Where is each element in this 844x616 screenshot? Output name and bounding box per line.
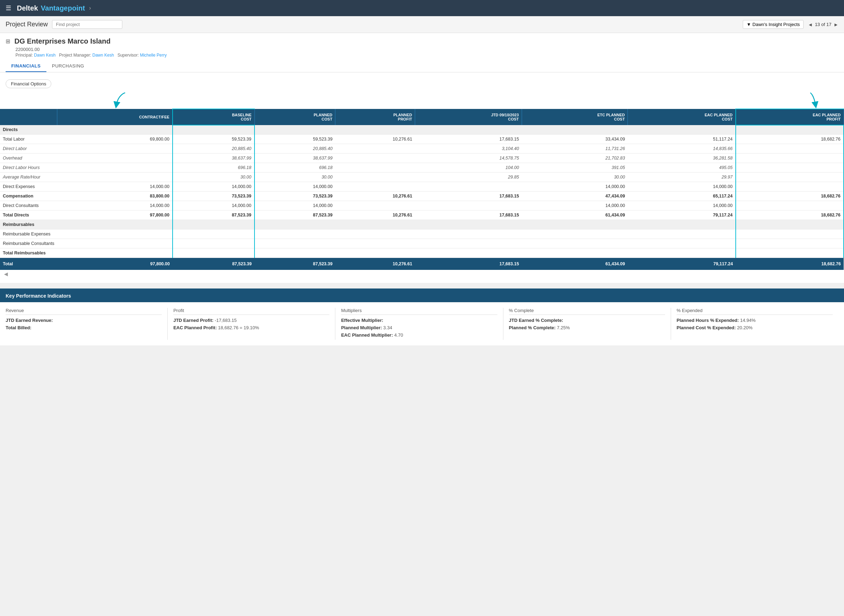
kpi-group-profit: Profit JTD Earned Profit: -17,683.15 EAC… [168, 308, 335, 340]
nav-info: 13 of 17 [815, 22, 831, 27]
annotation-arrows [6, 91, 838, 109]
row-direct-expenses: Direct Expenses 14,000.00 14,000.00 14,0… [0, 182, 844, 192]
kpi-planned-cost-pct-expended: Planned Cost % Expended: 20.20% [677, 325, 833, 330]
section-directs-label: Directs [0, 125, 57, 135]
row-average-rate: Average Rate/Hour 30.00 30.00 29.85 30.0… [0, 173, 844, 182]
row-direct-labor: Direct Labor 20,885.40 20,885.40 3,104.4… [0, 144, 844, 154]
row-compensation: Compensation 83,800.00 73,523.39 73,523.… [0, 192, 844, 201]
find-project-input[interactable] [52, 20, 122, 29]
col-header-eac-planned-cost: EAC PLANNEDCOST [628, 109, 736, 125]
kpi-revenue-title: Revenue [6, 308, 162, 315]
project-name: DG Enterprises Marco Island [15, 37, 110, 45]
scroll-indicator[interactable]: ◄ [0, 270, 844, 279]
total-label: Total [0, 258, 57, 270]
kpi-multipliers-title: Multipliers [341, 308, 497, 315]
col-header-planned-profit: PLANNEDPROFIT [335, 109, 415, 125]
project-meta: Principal: Dawn Kesh Project Manager: Da… [15, 53, 838, 58]
col-header-name [0, 109, 57, 125]
kpi-planned-multiplier: Planned Multiplier: 3.34 [341, 325, 497, 330]
grid-icon: ⊞ [6, 38, 10, 45]
row-direct-labor-hours: Direct Labor Hours 696.18 696.18 104.00 … [0, 163, 844, 173]
kpi-group-pct-expended: % Expended Planned Hours % Expended: 14.… [671, 308, 838, 340]
project-number: 2200001.00 [15, 47, 838, 52]
kpi-pct-expended-title: % Expended [677, 308, 833, 315]
kpi-total-billed: Total Billed: [6, 325, 162, 330]
kpi-jtd-earned-profit: JTD Earned Profit: -17,683.15 [173, 318, 329, 323]
financials-table: CONTRACT/FEE BASELINECOST PLANNEDCOST PL… [0, 109, 844, 270]
filter-icon: ▼ [747, 22, 751, 27]
kpi-group-pct-complete: % Complete JTD Earned % Complete: Planne… [503, 308, 671, 340]
kpi-eac-planned-profit: EAC Planned Profit: 18,682.76 = 19.10% [173, 325, 329, 330]
brand-deltek-label: Deltek [17, 4, 38, 12]
filter-label: Dawn's Insight Projects [753, 22, 800, 27]
tab-financials[interactable]: FINANCIALS [6, 60, 46, 72]
kpi-pct-complete-title: % Complete [509, 308, 665, 315]
row-reimbursable-consultants: Reimbursable Consultants [0, 239, 844, 248]
section-reimbursables: Reimbursables [0, 220, 844, 229]
project-header: ⊞ DG Enterprises Marco Island 2200001.00… [0, 33, 844, 72]
sub-header: Project Review ▼ Dawn's Insight Projects… [0, 16, 844, 33]
kpi-content: Revenue JTD Earned Revenue: Total Billed… [0, 302, 844, 345]
brand-vantage-label: Vantagepoint [41, 4, 85, 12]
row-total-reimbursables: Total Reimbursables [0, 248, 844, 258]
filter-button[interactable]: ▼ Dawn's Insight Projects [743, 20, 804, 29]
main-content: Financial Options [0, 72, 844, 283]
kpi-planned-pct-complete: Planned % Complete: 7.25% [509, 325, 665, 330]
nav-controls: ◄ 13 of 17 ► [808, 22, 838, 28]
kpi-effective-multiplier: Effective Multiplier: [341, 318, 497, 323]
supervisor-link[interactable]: Michelle Perry [140, 53, 167, 58]
row-total-directs: Total Directs 97,800.00 87,523.39 87,523… [0, 210, 844, 220]
row-total-labor: Total Labor 69,800.00 59,523.39 59,523.3… [0, 135, 844, 144]
row-reimbursable-expenses: Reimbursable Expenses [0, 229, 844, 239]
financials-table-container: CONTRACT/FEE BASELINECOST PLANNEDCOST PL… [0, 109, 844, 270]
pm-link[interactable]: Dawn Kesh [92, 53, 114, 58]
col-header-jtd-cost: JTD 09/10/2023COST [415, 109, 522, 125]
arrow-baseline-icon [104, 91, 146, 109]
kpi-section: Key Performance Indicators Revenue JTD E… [0, 289, 844, 345]
kpi-group-revenue: Revenue JTD Earned Revenue: Total Billed… [6, 308, 168, 340]
kpi-planned-hours-pct-expended: Planned Hours % Expended: 14.94% [677, 318, 833, 323]
kpi-profit-title: Profit [173, 308, 329, 315]
brand-chevron-icon: › [89, 5, 91, 11]
col-header-planned-cost: PLANNEDCOST [254, 109, 335, 125]
row-total: Total 97,800.00 87,523.39 87,523.39 10,2… [0, 258, 844, 270]
top-nav: ☰ Deltek Vantagepoint › [0, 0, 844, 16]
row-direct-consultants: Direct Consultants 14,000.00 14,000.00 1… [0, 201, 844, 210]
tabs-bar: FINANCIALS PURCHASING [6, 60, 838, 72]
col-header-baseline-cost: BASELINECOST [173, 109, 254, 125]
section-directs: Directs [0, 125, 844, 135]
arrow-eac-profit-icon [789, 91, 831, 109]
col-header-contract-fee: CONTRACT/FEE [57, 109, 173, 125]
hamburger-menu-icon[interactable]: ☰ [6, 4, 11, 12]
kpi-jtd-earned-revenue: JTD Earned Revenue: [6, 318, 162, 323]
col-header-etc-planned-cost: ETC PLANNEDCOST [522, 109, 628, 125]
principal-link[interactable]: Dawn Kesh [34, 53, 56, 58]
col-header-eac-planned-profit: EAC PLANNEDPROFIT [736, 109, 844, 125]
kpi-group-multipliers: Multipliers Effective Multiplier: Planne… [335, 308, 503, 340]
nav-prev-button[interactable]: ◄ [808, 22, 813, 28]
page-title: Project Review [6, 21, 48, 28]
tab-purchasing[interactable]: PURCHASING [46, 60, 90, 72]
financial-options-button[interactable]: Financial Options [6, 79, 51, 88]
kpi-jtd-earned-pct-complete: JTD Earned % Complete: [509, 318, 665, 323]
row-overhead: Overhead 38,637.99 38,637.99 14,578.75 2… [0, 154, 844, 163]
nav-next-button[interactable]: ► [834, 22, 838, 28]
financial-options-bar: Financial Options [0, 76, 844, 91]
kpi-eac-planned-multiplier: EAC Planned Multiplier: 4.70 [341, 332, 497, 338]
kpi-header: Key Performance Indicators [0, 290, 844, 302]
